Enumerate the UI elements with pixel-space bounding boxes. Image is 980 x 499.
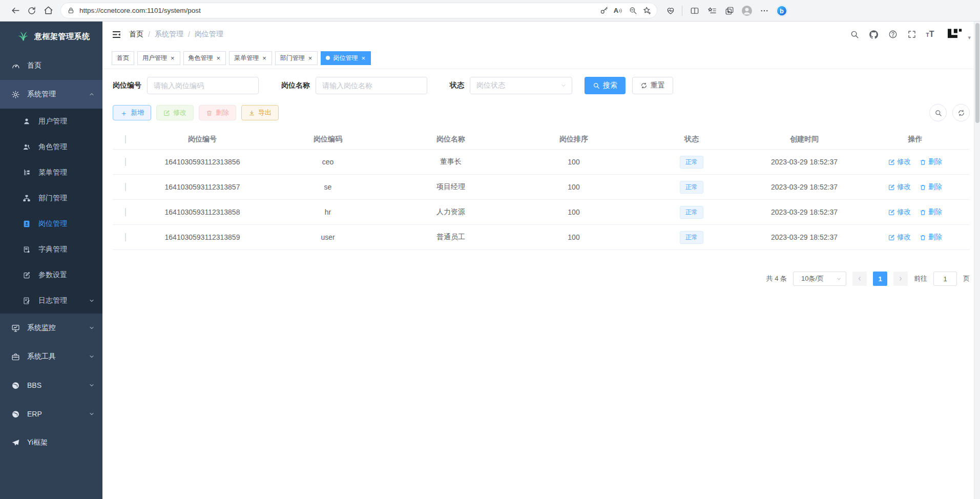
- scrollbar-thumb[interactable]: [975, 23, 979, 123]
- prev-page-button[interactable]: [852, 272, 867, 286]
- tab-menu-management[interactable]: 菜单管理 ×: [229, 51, 272, 65]
- text-size-icon[interactable]: TT: [926, 30, 934, 38]
- sidebar-item-parameter-settings[interactable]: 参数设置: [0, 262, 102, 288]
- browser-essentials-icon[interactable]: [662, 3, 679, 19]
- tab-close-icon[interactable]: ×: [216, 55, 221, 61]
- search-icon[interactable]: [850, 30, 859, 39]
- tab-department-management[interactable]: 部门管理 ×: [275, 51, 318, 65]
- tab-close-icon[interactable]: ×: [361, 55, 366, 61]
- filter-form: 岗位编号 岗位名称 状态 岗位状态 搜索: [113, 77, 970, 94]
- show-search-toggle-button[interactable]: [929, 104, 947, 121]
- breadcrumb-home[interactable]: 首页: [129, 30, 143, 39]
- github-icon[interactable]: [869, 30, 879, 39]
- status-label: 状态: [450, 81, 464, 90]
- zoom-out-icon[interactable]: [625, 4, 640, 18]
- post-id: 1641030593112313858: [138, 208, 266, 216]
- status-select[interactable]: 岗位状态: [470, 77, 572, 94]
- page-scrollbar[interactable]: [974, 22, 980, 499]
- app-logo[interactable]: 意框架管理系统: [0, 22, 102, 51]
- settings-more-icon[interactable]: [756, 3, 773, 19]
- tab-label: 岗位管理: [333, 54, 358, 63]
- row-delete-button[interactable]: 删除: [920, 182, 942, 192]
- sidebar-item-system-tools[interactable]: 系统工具: [0, 342, 102, 371]
- browser-home-icon[interactable]: [40, 3, 56, 19]
- row-delete-button[interactable]: 删除: [920, 233, 942, 242]
- row-checkbox[interactable]: [125, 183, 126, 191]
- post-code-input[interactable]: [147, 77, 259, 94]
- active-tab-dot: [326, 56, 330, 60]
- tab-close-icon[interactable]: ×: [308, 55, 313, 61]
- sidebar-item-yi-framework[interactable]: Yi框架: [0, 428, 102, 457]
- sidebar-item-erp[interactable]: ERP: [0, 400, 102, 428]
- refresh-table-button[interactable]: [952, 104, 970, 121]
- fullscreen-icon[interactable]: [907, 30, 916, 39]
- row-delete-button[interactable]: 删除: [920, 157, 942, 167]
- sidebar-item-label: 系统管理: [27, 90, 56, 99]
- post-name-input[interactable]: [316, 77, 427, 94]
- sidebar-item-role-management[interactable]: 角色管理: [0, 134, 102, 160]
- page-number-1[interactable]: 1: [873, 272, 887, 286]
- read-aloud-icon[interactable]: A: [611, 4, 625, 18]
- sidebar-item-user-management[interactable]: 用户管理: [0, 109, 102, 134]
- help-icon[interactable]: [888, 30, 898, 39]
- sidebar-item-home[interactable]: 首页: [0, 51, 102, 80]
- tab-close-icon[interactable]: ×: [262, 55, 267, 61]
- goto-page-input[interactable]: [933, 272, 957, 286]
- sidebar-item-department-management[interactable]: 部门管理: [0, 185, 102, 211]
- post-name: 项目经理: [389, 182, 512, 192]
- monitor-icon: [11, 324, 20, 332]
- export-button[interactable]: 导出: [241, 105, 279, 120]
- sidebar-item-post-management[interactable]: 岗位管理: [0, 211, 102, 237]
- user-avatar-menu[interactable]: ▾: [946, 28, 971, 41]
- delete-button[interactable]: 删除: [199, 105, 236, 120]
- row-delete-button[interactable]: 删除: [920, 207, 942, 217]
- edit-button[interactable]: 修改: [156, 105, 194, 120]
- row-checkbox[interactable]: [125, 208, 126, 216]
- favorites-icon[interactable]: [704, 3, 720, 19]
- page-content: 岗位编号 岗位名称 状态 岗位状态 搜索: [102, 69, 980, 499]
- sidebar-item-label: BBS: [27, 381, 41, 389]
- sidebar-item-log-management[interactable]: 日志管理: [0, 288, 102, 314]
- tab-post-management[interactable]: 岗位管理 ×: [321, 51, 371, 65]
- reset-button[interactable]: 重置: [632, 77, 673, 94]
- row-edit-button[interactable]: 修改: [888, 182, 911, 192]
- sidebar-item-bbs[interactable]: BBS: [0, 371, 102, 400]
- split-screen-icon[interactable]: [686, 3, 703, 19]
- select-all-checkbox[interactable]: [125, 135, 126, 143]
- address-bar[interactable]: https://ccnetcore.com:1101/system/post A: [60, 3, 657, 18]
- goto-suffix: 页: [963, 274, 970, 283]
- col-post-code: 岗位编码: [266, 135, 389, 144]
- tab-home[interactable]: 首页: [112, 51, 134, 65]
- tab-close-icon[interactable]: ×: [170, 55, 175, 61]
- browser-back-icon[interactable]: [7, 3, 24, 19]
- sidebar-item-dictionary-management[interactable]: 字典管理: [0, 237, 102, 262]
- id-badge-icon: [23, 220, 32, 228]
- sidebar-item-menu-management[interactable]: 菜单管理: [0, 160, 102, 185]
- copilot-bing-icon[interactable]: b: [774, 3, 790, 19]
- tab-role-management[interactable]: 角色管理 ×: [183, 51, 226, 65]
- next-page-button[interactable]: [893, 272, 908, 286]
- browser-refresh-icon[interactable]: [24, 3, 40, 19]
- tab-user-management[interactable]: 用户管理 ×: [137, 51, 180, 65]
- url-text: https://ccnetcore.com:1101/system/post: [79, 7, 597, 14]
- collections-icon[interactable]: [721, 3, 738, 19]
- status-badge: 正常: [680, 231, 703, 244]
- row-checkbox[interactable]: [125, 233, 126, 241]
- fold-menu-icon[interactable]: [112, 30, 121, 39]
- add-favorite-star-icon[interactable]: [640, 4, 654, 18]
- password-key-icon[interactable]: [597, 4, 611, 18]
- lock-icon: [67, 7, 75, 14]
- pagination: 共 4 条 10条/页 1 前往 页: [113, 272, 970, 286]
- row-edit-button[interactable]: 修改: [888, 233, 911, 242]
- status-select-placeholder: 岗位状态: [476, 81, 505, 90]
- page-size-select[interactable]: 10条/页: [793, 272, 846, 286]
- row-edit-button[interactable]: 修改: [888, 207, 911, 217]
- search-button[interactable]: 搜索: [585, 77, 625, 94]
- sidebar-item-system-monitor[interactable]: 系统监控: [0, 314, 102, 342]
- edit-button-label: 修改: [173, 108, 186, 117]
- profile-avatar[interactable]: [739, 3, 755, 19]
- row-edit-button[interactable]: 修改: [888, 157, 911, 167]
- sidebar-item-system-management[interactable]: 系统管理: [0, 80, 102, 109]
- add-button[interactable]: ＋ 新增: [113, 105, 151, 120]
- row-checkbox[interactable]: [125, 158, 126, 166]
